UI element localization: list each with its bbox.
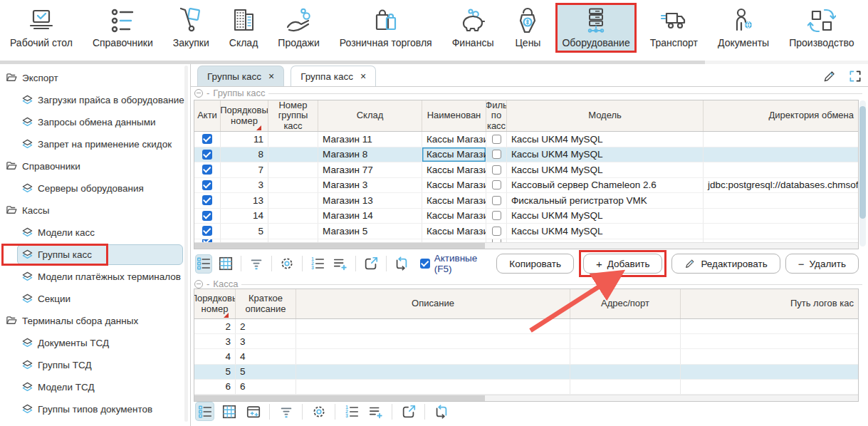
column-header-short-description[interactable]: Краткое описание bbox=[236, 289, 296, 318]
checkbox-unchecked-icon[interactable] bbox=[492, 239, 501, 242]
table-row[interactable]: 8Магазин 8Кассы МагазиКассы UKM4 MySQL bbox=[194, 147, 858, 163]
cash-groups-table-horizontal-scrollbar[interactable] bbox=[194, 242, 858, 249]
nav-item-warehouse[interactable]: Склад bbox=[224, 4, 264, 52]
toolbar-numbered-list-button[interactable]: 123 bbox=[342, 402, 361, 421]
column-header-order[interactable]: Порядковы номер bbox=[194, 289, 236, 318]
checkbox-unchecked-icon[interactable] bbox=[492, 211, 501, 220]
tab-cash-groups[interactable]: Группы касс× bbox=[197, 66, 284, 86]
checkbox-unchecked-icon[interactable] bbox=[492, 150, 501, 159]
nav-item-sales[interactable]: Продажи bbox=[272, 4, 325, 52]
sidebar-item-tsd-groups[interactable]: Группы ТСД bbox=[0, 354, 190, 376]
active-filter-checkbox[interactable]: Активные (F5) bbox=[420, 253, 490, 274]
nav-item-production[interactable]: Производство bbox=[783, 4, 859, 52]
sidebar-item-data-terminals[interactable]: Терминалы сбора данных bbox=[0, 310, 190, 332]
toolbar-refresh-button[interactable] bbox=[393, 254, 410, 274]
table-row[interactable]: 55 bbox=[194, 365, 858, 380]
toolbar-grid-view-button[interactable] bbox=[217, 254, 234, 274]
collapse-icon[interactable] bbox=[194, 280, 203, 289]
sidebar-item-cash-groups[interactable]: Группы касс bbox=[0, 244, 190, 266]
table-row[interactable]: 66 bbox=[194, 380, 858, 395]
column-header-order[interactable]: Порядковы номер bbox=[221, 100, 268, 131]
column-header-description[interactable]: Описание bbox=[296, 289, 570, 318]
toolbar-filter-button[interactable] bbox=[248, 254, 265, 274]
delete-button[interactable]: −Удалить bbox=[785, 254, 859, 274]
edit-button[interactable]: Редактировать bbox=[671, 254, 780, 274]
tab-close-icon[interactable]: × bbox=[268, 71, 274, 82]
table-row[interactable]: 7Магазин 77Кассы МагазиКассы UKM4 MySQL bbox=[194, 162, 858, 178]
checkbox-checked-icon[interactable] bbox=[202, 150, 212, 160]
checkbox-unchecked-icon[interactable] bbox=[492, 227, 501, 236]
sidebar-item-directories[interactable]: Справочники bbox=[0, 155, 190, 177]
nav-item-transport[interactable]: Транспорт bbox=[644, 4, 704, 52]
checkbox-unchecked-icon[interactable] bbox=[492, 196, 501, 205]
table-row[interactable] bbox=[194, 239, 858, 242]
toolbar-filter-button[interactable] bbox=[276, 402, 296, 421]
checkbox-unchecked-icon[interactable] bbox=[492, 135, 501, 144]
toolbar-list-view-button[interactable] bbox=[195, 254, 212, 274]
column-header-warehouse[interactable]: Склад bbox=[318, 100, 422, 131]
sidebar-item-sections[interactable]: Секции bbox=[0, 288, 190, 310]
sidebar-item-equipment-servers[interactable]: Серверы оборудования bbox=[0, 177, 190, 199]
sidebar-item-exchange-requests[interactable]: Запросы обмена данными bbox=[0, 111, 190, 133]
column-header-model[interactable]: Модель bbox=[507, 100, 704, 131]
sidebar-item-tsd-directory-types[interactable]: Виды справочников ТСД bbox=[0, 420, 190, 426]
tab-cash-group[interactable]: Группа касс× bbox=[291, 66, 376, 86]
toolbar-settings-gear-button[interactable] bbox=[278, 254, 296, 274]
nav-item-equipment[interactable]: Оборудование bbox=[556, 4, 635, 52]
checkbox-checked-icon[interactable] bbox=[202, 134, 212, 144]
toolbar-open-external-button[interactable] bbox=[399, 402, 418, 421]
horizontal-scrollbar-thumb[interactable] bbox=[194, 243, 485, 249]
sidebar-item-export[interactable]: Экспорт bbox=[0, 67, 190, 89]
toolbar-refresh-button[interactable] bbox=[432, 402, 451, 421]
sidebar-item-discount-ban[interactable]: Запрет на применение скидок bbox=[0, 133, 190, 155]
vertical-scrollbar-thumb[interactable] bbox=[859, 106, 866, 219]
nav-item-directories[interactable]: Справочники bbox=[87, 4, 159, 52]
toolbar-numbered-list-button[interactable]: 123 bbox=[309, 254, 326, 274]
sidebar-item-tsd-models[interactable]: Модели ТСД bbox=[0, 376, 190, 398]
checkbox-checked-icon[interactable] bbox=[202, 239, 212, 242]
add-button[interactable]: +Добавить bbox=[583, 254, 662, 274]
table-row[interactable]: 13Магазин 13Кассы МагазиФискальный регис… bbox=[194, 193, 858, 209]
table-row[interactable]: 3Магазин 3Кассы МагазиКассовый сервер Ch… bbox=[194, 178, 858, 194]
table-row[interactable]: 14Магазин 14Кассы МагазиКассы UKM4 MySQL bbox=[194, 209, 858, 224]
tab-close-icon[interactable]: × bbox=[360, 71, 366, 82]
column-header-group-number[interactable]: Номер группы касс bbox=[268, 100, 318, 131]
column-header-log-path[interactable]: Путь логов кас bbox=[681, 289, 858, 318]
cash-table-horizontal-scrollbar[interactable] bbox=[194, 395, 858, 401]
nav-item-purchases[interactable]: Закупки bbox=[167, 4, 215, 52]
toolbar-calendar-add-button[interactable] bbox=[244, 402, 263, 421]
table-row[interactable]: 5Магазин 5Кассы МагазиКассы UKM4 MySQL bbox=[194, 224, 858, 239]
checkbox-checked-icon[interactable] bbox=[420, 259, 430, 269]
expand-button[interactable] bbox=[848, 69, 862, 83]
sidebar-item-document-type-groups[interactable]: Группы типов документов bbox=[0, 398, 190, 420]
nav-item-finance[interactable]: Финансы bbox=[446, 4, 500, 52]
sidebar-item-cash-registers[interactable]: Кассы bbox=[0, 199, 190, 222]
table-row[interactable]: 44 bbox=[194, 349, 858, 364]
column-header-address-port[interactable]: Адрес/порт bbox=[570, 289, 681, 318]
column-header-filter-by[interactable]: Филь по касс bbox=[486, 100, 507, 131]
sidebar-item-price-upload[interactable]: Загрузки прайса в оборудование bbox=[0, 89, 190, 111]
checkbox-checked-icon[interactable] bbox=[202, 211, 212, 221]
toolbar-add-list-button[interactable] bbox=[366, 402, 385, 421]
nav-item-retail[interactable]: Розничная торговля bbox=[334, 4, 438, 52]
sidebar-item-payment-terminal-models[interactable]: Модели платёжных терминалов bbox=[0, 266, 190, 288]
table-row[interactable]: 22 bbox=[194, 319, 858, 334]
column-header-name[interactable]: Наименован bbox=[422, 100, 486, 131]
horizontal-scrollbar-thumb[interactable] bbox=[194, 395, 485, 401]
nav-item-documents[interactable]: Документы bbox=[712, 4, 775, 52]
checkbox-checked-icon[interactable] bbox=[202, 165, 212, 175]
checkbox-unchecked-icon[interactable] bbox=[492, 180, 501, 189]
sidebar-scrollbar[interactable] bbox=[184, 66, 188, 422]
sidebar-item-tsd-documents[interactable]: Документы ТСД bbox=[0, 332, 190, 354]
table-row[interactable]: 33 bbox=[194, 334, 858, 349]
edit-button[interactable] bbox=[822, 69, 837, 83]
toolbar-add-list-button[interactable] bbox=[331, 254, 348, 274]
collapse-icon[interactable] bbox=[194, 89, 203, 98]
toolbar-list-view-button[interactable] bbox=[195, 402, 214, 421]
nav-item-prices[interactable]: Цены bbox=[508, 4, 548, 52]
toolbar-grid-view-button[interactable] bbox=[219, 402, 239, 421]
toolbar-settings-gear-button[interactable] bbox=[309, 402, 328, 421]
checkbox-checked-icon[interactable] bbox=[202, 195, 212, 205]
column-header-exchange-dir[interactable]: Директория обмена bbox=[704, 100, 858, 131]
table-row[interactable]: 11Магазин 11Кассы МагазиКассы UKM4 MySQL bbox=[194, 132, 858, 147]
